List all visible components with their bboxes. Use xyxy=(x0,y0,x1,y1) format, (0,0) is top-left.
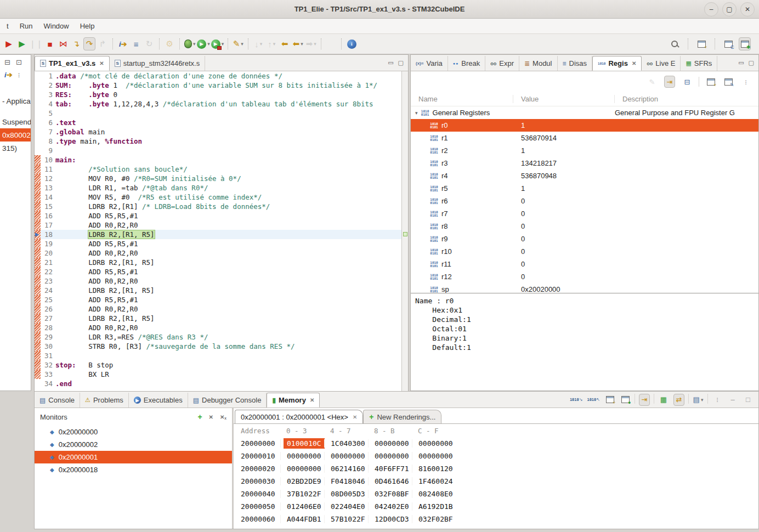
gutter[interactable] xyxy=(35,323,41,332)
memory-cell[interactable]: F0418046 xyxy=(324,477,368,485)
memory-address[interactable]: 20000040 xyxy=(234,490,280,498)
menu-item-run[interactable]: Run xyxy=(14,22,38,30)
remove-monitor-icon[interactable]: ✕ xyxy=(209,414,213,420)
debug-tree-item[interactable]: 0x80002 xyxy=(0,128,31,142)
register-row[interactable]: 10100101r100 xyxy=(411,245,758,258)
collapse-all-icon[interactable]: ⊟ xyxy=(682,76,693,88)
register-row[interactable]: 10100101r80 xyxy=(411,220,758,233)
editor-tab-tp1-ex1-v3-s[interactable]: STP1_ex1_v3.s✕ xyxy=(35,56,110,71)
code-text[interactable]: stop: B stop xyxy=(55,360,408,370)
gutter[interactable] xyxy=(35,165,41,174)
menu-item-help[interactable]: Help xyxy=(75,22,100,30)
chevron-down-icon[interactable]: ▾ xyxy=(415,110,418,116)
minimize-icon[interactable]: ▭ xyxy=(388,59,393,66)
forward-icon[interactable]: ➡▾ xyxy=(305,37,317,50)
menu-item-window[interactable]: Window xyxy=(38,22,74,30)
debug-tree-item[interactable]: - Applica xyxy=(0,94,31,107)
bottom-tab-console[interactable]: ▤Console xyxy=(35,393,80,408)
memory-row[interactable]: 2000004037B1022F08D005D3032F08BF082408E0 xyxy=(234,488,758,500)
monitor-item[interactable]: ◆0x20000018 xyxy=(35,463,232,476)
selected-memory-cell[interactable]: 0100010C xyxy=(284,438,325,449)
register-row[interactable]: 10100101r4536870948 xyxy=(411,169,758,182)
memory-cell[interactable]: 00000000 xyxy=(324,452,368,460)
run-icon[interactable]: ▶▾ xyxy=(197,37,210,50)
code-text[interactable]: LDRB R2,[R1] /* LDRB=Load 8bits de donné… xyxy=(55,202,408,211)
stub-view-menu-icon[interactable]: ⁝ xyxy=(18,71,20,79)
close-button[interactable]: ✕ xyxy=(740,2,755,16)
memory-cell[interactable]: 0D461646 xyxy=(368,477,412,485)
memory-column-header[interactable]: 4 - 7 xyxy=(324,427,368,435)
code-text[interactable]: LDRB R2,[R1, R5] xyxy=(55,230,408,239)
view-tab-varia[interactable]: (x)=Varia xyxy=(411,56,448,71)
column-header-value[interactable]: Value xyxy=(513,95,615,103)
external-tools-icon[interactable]: ▶▾ xyxy=(211,37,224,50)
code-text[interactable]: ADD R0,R2,R0 xyxy=(55,323,408,332)
pin-editor-icon[interactable] xyxy=(325,37,337,50)
code-text[interactable]: /*Solution sans boucle*/ xyxy=(55,165,408,174)
column-header-description[interactable]: Description xyxy=(615,95,758,103)
gutter[interactable] xyxy=(35,230,41,239)
code-text[interactable]: .data /*mot clé de déclaration d'une zon… xyxy=(55,71,408,81)
split-pane-icon[interactable]: ▦ xyxy=(658,394,669,406)
maximize-icon[interactable]: ▢ xyxy=(398,59,404,66)
memory-address[interactable]: 20000060 xyxy=(234,515,280,523)
stub-step-icon[interactable]: i➔ xyxy=(4,71,13,79)
gutter[interactable] xyxy=(35,360,41,370)
memory-cell[interactable]: 1F460024 xyxy=(412,477,456,485)
new-launch-icon[interactable]: ▶ xyxy=(3,37,15,50)
gutter[interactable] xyxy=(35,183,41,193)
new-memory-view-icon[interactable]: + xyxy=(604,394,615,406)
overview-ruler[interactable] xyxy=(401,71,408,391)
gutter[interactable] xyxy=(35,81,41,90)
monitor-item[interactable]: ◆0x20000001 xyxy=(35,451,232,463)
memory-address[interactable]: 20000010 xyxy=(234,452,280,460)
memory-cell[interactable]: 02BD2DE9 xyxy=(280,477,324,485)
modify-register-icon[interactable]: ✎ xyxy=(647,76,658,88)
code-text[interactable]: MOV R5, #0 /*R5 est utilisé comme index*… xyxy=(55,193,408,202)
menu-item-t[interactable]: t xyxy=(1,22,14,30)
register-row[interactable]: 10100101r1536870914 xyxy=(411,132,758,144)
monitor-item[interactable]: ◆0x20000002 xyxy=(35,438,232,451)
editor-tab-startup-stm32f446retx-s[interactable]: Sstartup_stm32f446retx.s xyxy=(110,56,205,71)
gutter[interactable] xyxy=(35,202,41,211)
memory-cell[interactable]: 00000000 xyxy=(412,439,456,448)
gutter[interactable] xyxy=(35,118,41,127)
pin-memory-icon[interactable]: ● xyxy=(620,394,631,406)
view-tab-disas[interactable]: ≡Disas xyxy=(558,56,593,71)
memory-cell[interactable]: 12D00CD3 xyxy=(368,515,412,523)
memory-cell[interactable]: 00000000 xyxy=(368,452,412,460)
code-text[interactable]: ADD R5,R5,#1 xyxy=(55,239,408,248)
register-row[interactable]: 10100101r01 xyxy=(411,119,758,132)
memory-cell[interactable]: 022404E0 xyxy=(324,502,368,511)
disconnect-icon[interactable]: ⋈ xyxy=(57,37,69,50)
memory-cell[interactable]: 00000000 xyxy=(280,465,324,473)
view-tab-live-e[interactable]: ooLive E xyxy=(642,56,681,71)
gutter[interactable] xyxy=(35,90,41,99)
maximize-view-icon[interactable]: □ xyxy=(743,394,754,406)
view-tab-break[interactable]: ●●Break xyxy=(448,56,485,71)
memory-address[interactable]: 20000000 xyxy=(234,439,280,448)
code-text[interactable] xyxy=(55,146,408,155)
register-row[interactable]: 10100101r60 xyxy=(411,195,758,207)
memory-column-header[interactable]: 8 - B xyxy=(368,427,412,435)
maximize-button[interactable]: ▢ xyxy=(722,2,737,16)
instruction-stepping-icon[interactable]: i➔ xyxy=(117,37,129,50)
code-text[interactable]: ADD R0,R2,R0 xyxy=(55,220,408,230)
close-icon[interactable]: ✕ xyxy=(310,397,314,403)
code-text[interactable]: SUM: .byte 1 /*déclaration d'une variabl… xyxy=(55,81,408,90)
gutter[interactable] xyxy=(35,109,41,118)
memory-cell[interactable]: 81600120 xyxy=(412,465,456,473)
gutter[interactable] xyxy=(35,248,41,258)
debug-tree-item[interactable]: 315) xyxy=(0,142,31,155)
memory-row[interactable]: 20000050012406E0022404E0042402E0A6192D1B xyxy=(234,500,758,513)
link-with-debug-icon[interactable]: ⇥ xyxy=(664,76,675,88)
info-icon[interactable]: i xyxy=(345,37,358,50)
gutter[interactable] xyxy=(35,276,41,286)
view-tab-modul[interactable]: ≣Modul xyxy=(519,56,557,71)
code-text[interactable]: .text xyxy=(55,118,408,127)
back-icon[interactable]: ⬅▾ xyxy=(292,37,304,50)
gutter[interactable] xyxy=(35,220,41,230)
gutter[interactable] xyxy=(35,267,41,276)
memory-cell[interactable]: 06214160 xyxy=(324,465,368,473)
rendering-tab-hex[interactable]: 0x20000001 : 0x20000001 <Hex> ✕ xyxy=(235,410,363,423)
